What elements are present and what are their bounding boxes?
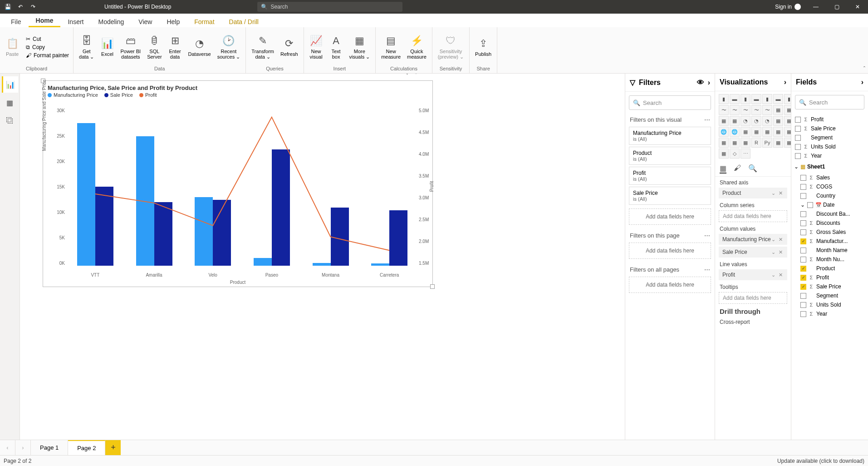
checkbox[interactable]	[795, 126, 801, 132]
field-item[interactable]: ΣUnits Sold	[791, 300, 868, 309]
field-item[interactable]: ⌄📅Date	[791, 200, 868, 209]
viz-type-icon[interactable]: ▮	[784, 94, 791, 104]
quick-measure-button[interactable]: ⚡Quick measure	[404, 29, 429, 66]
format-painter-button[interactable]: 🖌Format painter	[25, 52, 70, 59]
viz-type-icon[interactable]: ▬	[773, 94, 783, 104]
field-item[interactable]: Segment	[791, 133, 868, 142]
new-visual-button[interactable]: 📈New visual	[307, 29, 326, 66]
checkbox[interactable]: ✓	[800, 238, 806, 244]
close-icon[interactable]: ✕	[847, 0, 868, 14]
checkbox[interactable]	[800, 193, 806, 199]
tab-view[interactable]: View	[131, 16, 159, 27]
viz-type-icon[interactable]: ▮	[740, 94, 750, 104]
minimize-icon[interactable]: —	[805, 0, 826, 14]
checkbox[interactable]	[800, 184, 806, 190]
viz-type-icon[interactable]: ▦	[730, 116, 740, 126]
refresh-button[interactable]: ⟳Refresh	[278, 29, 301, 66]
checkbox[interactable]	[807, 202, 813, 208]
viz-type-icon[interactable]: ▦	[740, 138, 750, 148]
page-tab-2[interactable]: Page 2	[68, 440, 105, 455]
cut-button[interactable]: ✂Cut	[25, 35, 70, 43]
viz-type-icon[interactable]: ▦	[784, 127, 791, 137]
tab-home[interactable]: Home	[29, 15, 61, 27]
tab-file[interactable]: File	[4, 16, 29, 27]
report-canvas[interactable]: ▽ ⤢ ⋯ Manufacturing Price, Sale Price an…	[20, 74, 625, 440]
more-visuals-button[interactable]: ▦More visuals ⌄	[347, 29, 373, 66]
recent-sources-button[interactable]: 🕑Recent sources ⌄	[215, 29, 243, 66]
viz-type-icon[interactable]: ◔	[762, 116, 772, 126]
checkbox[interactable]	[800, 293, 806, 299]
viz-type-icon[interactable]: ▦	[740, 127, 750, 137]
checkbox[interactable]	[795, 153, 801, 159]
undo-icon[interactable]: ↶	[15, 2, 25, 12]
viz-type-icon[interactable]: ▬	[751, 94, 761, 104]
viz-type-icon[interactable]: ▮	[762, 94, 772, 104]
field-item[interactable]: ΣUnits Sold	[791, 142, 868, 151]
viz-type-icon[interactable]: 🌐	[719, 127, 729, 137]
checkbox[interactable]	[800, 175, 806, 181]
checkbox[interactable]	[795, 144, 801, 150]
field-item[interactable]: Segment	[791, 291, 868, 300]
field-item[interactable]: ΣDiscounts	[791, 218, 868, 228]
status-update-link[interactable]: Update available (click to download)	[777, 458, 864, 464]
page-next[interactable]: ›	[15, 440, 31, 455]
viz-type-icon[interactable]: ▦	[730, 138, 740, 148]
copy-button[interactable]: ⧉Copy	[25, 44, 70, 51]
field-item[interactable]: ΣSale Price	[791, 124, 868, 133]
add-page-filter[interactable]: Add data fields here	[629, 243, 711, 259]
filter-card[interactable]: Manufacturing Priceis (All)	[629, 127, 711, 145]
line-value-1[interactable]: Profit⌄ ✕	[719, 269, 787, 280]
checkbox[interactable]	[800, 229, 806, 235]
viz-type-icon[interactable]: ▦	[751, 127, 761, 137]
redo-icon[interactable]: ↷	[28, 2, 38, 12]
viz-type-icon[interactable]: ▦	[773, 105, 783, 115]
checkbox[interactable]: ✓	[800, 284, 806, 290]
checkbox[interactable]	[800, 257, 806, 263]
viz-type-icon[interactable]: 〜	[740, 105, 750, 115]
transform-data-button[interactable]: ✎Transform data ⌄	[249, 29, 277, 66]
tooltips-well[interactable]: Add data fields here	[719, 292, 787, 304]
viz-type-icon[interactable]: ◔	[740, 116, 750, 126]
field-item[interactable]: Country	[791, 191, 868, 200]
maximize-icon[interactable]: ▢	[826, 0, 847, 14]
viz-type-icon[interactable]: 〜	[751, 105, 761, 115]
add-page-button[interactable]: +	[105, 440, 121, 455]
save-icon[interactable]: 💾	[3, 2, 13, 12]
text-box-button[interactable]: AText box	[327, 29, 346, 66]
eye-icon[interactable]: 👁	[697, 79, 704, 87]
checkbox[interactable]	[800, 302, 806, 308]
viz-type-icon[interactable]: ▦	[719, 116, 729, 126]
chart-visual[interactable]: ▽ ⤢ ⋯ Manufacturing Price, Sale Price an…	[43, 80, 433, 287]
filters-search[interactable]: 🔍Search	[629, 95, 711, 110]
collapse-filters-icon[interactable]: ›	[708, 79, 710, 87]
viz-type-icon[interactable]: R	[751, 138, 761, 148]
add-all-filter[interactable]: Add data fields here	[629, 277, 711, 293]
field-item[interactable]: ✓ΣManufactur...	[791, 237, 868, 246]
field-item[interactable]: Discount Ba...	[791, 209, 868, 218]
get-data-button[interactable]: 🗄Get data ⌄	[76, 29, 97, 66]
column-value-1[interactable]: Manufacturing Price⌄ ✕	[719, 234, 787, 245]
field-item[interactable]: ΣMonth Nu...	[791, 255, 868, 264]
viz-type-icon[interactable]: ⋯	[740, 149, 750, 159]
tab-data-drill[interactable]: Data / Drill	[222, 16, 266, 27]
field-item[interactable]: ΣYear	[791, 151, 868, 160]
field-item[interactable]: ΣGross Sales	[791, 228, 868, 237]
sign-in-button[interactable]: Sign in	[770, 4, 805, 10]
checkbox[interactable]	[795, 135, 801, 141]
viz-type-icon[interactable]: ▬	[730, 94, 740, 104]
viz-type-icon[interactable]: ▦	[773, 138, 783, 148]
viz-type-icon[interactable]: ▦	[784, 138, 791, 148]
field-item[interactable]: Month Name	[791, 246, 868, 255]
viz-type-icon[interactable]: 🌐	[730, 127, 740, 137]
page-prev[interactable]: ‹	[0, 440, 15, 455]
field-item[interactable]: ΣYear	[791, 309, 868, 318]
checkbox[interactable]: ✓	[800, 266, 806, 272]
column-value-2[interactable]: Sale Price⌄ ✕	[719, 247, 787, 258]
global-search[interactable]: 🔍 Search	[257, 2, 402, 12]
checkbox[interactable]	[800, 211, 806, 217]
checkbox[interactable]: ✓	[800, 275, 806, 281]
tab-help[interactable]: Help	[159, 16, 187, 27]
tab-insert[interactable]: Insert	[60, 16, 91, 27]
viz-type-icon[interactable]: Py	[762, 138, 772, 148]
filter-card[interactable]: Productis (All)	[629, 147, 711, 165]
